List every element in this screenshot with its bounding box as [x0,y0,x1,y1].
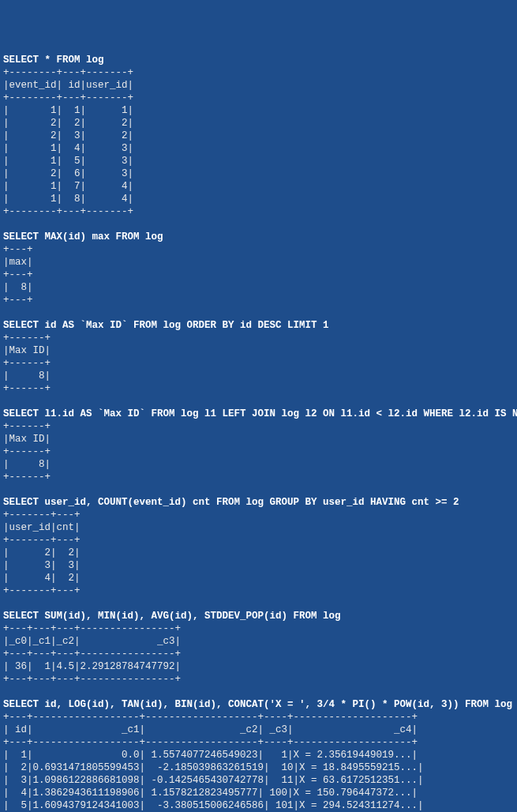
sql-output-row: +-------+---+ [3,585,514,597]
sql-output-row: +--------+---+-------+ [3,66,514,79]
sql-output-row: | 4| 2| [3,572,514,585]
blank-line [3,218,514,231]
sql-output-row: +------+ [3,332,514,344]
sql-output-row: | 3|1.0986122886681098| -0.1425465430742… [3,774,514,787]
sql-output-row: +---+ [3,243,514,256]
sql-output-row: +---+---+---+----------------+ [3,673,514,686]
sql-output-row: +---+---+---+----------------+ [3,648,514,660]
sql-query: SELECT id, LOG(id), TAN(id), BIN(id), CO… [3,698,514,711]
sql-output-row: | 8| [3,281,514,294]
sql-output-row: +--------+---+-------+ [3,205,514,218]
sql-output-row: | 8| [3,458,514,471]
sql-query: SELECT user_id, COUNT(event_id) cnt FROM… [3,496,514,509]
sql-output-row: +------+ [3,420,514,433]
sql-output-row: +------+ [3,445,514,458]
sql-output-row: | 2| 3| 2| [3,130,514,142]
blank-line [3,686,514,698]
blank-line [3,597,514,610]
sql-output-row: | 2| 6| 3| [3,167,514,180]
sql-output-row: |Max ID| [3,433,514,445]
sql-output-row: +------+ [3,382,514,395]
blank-line [3,395,514,408]
sql-query: SELECT id AS `Max ID` FROM log ORDER BY … [3,319,514,332]
sql-output-row: | 1| 4| 3| [3,142,514,155]
blank-line [3,306,514,319]
sql-output-row: +------+ [3,471,514,483]
sql-query: SELECT MAX(id) max FROM log [3,231,514,243]
sql-output-row: | 3| 3| [3,559,514,572]
sql-output-row: |max| [3,256,514,269]
sql-output-row: | 4|1.3862943611198906| 1.15782128234957… [3,787,514,799]
sql-output-row: | 1| 5| 3| [3,155,514,167]
sql-output-row: | 2| 2| 2| [3,117,514,130]
sql-output-row: | 1| 0.0| 1.5574077246549023| 1|X = 2.35… [3,749,514,761]
sql-output-row: +---+------------------+----------------… [3,736,514,749]
sql-output-row: +---+ [3,269,514,281]
sql-output-row: |Max ID| [3,344,514,357]
sql-output-row: | 8| [3,370,514,382]
sql-output-row: | 2|0.6931471805599453| -2.1850398632615… [3,761,514,774]
sql-output-row: +-------+---+ [3,534,514,547]
sql-query: SELECT * FROM log [3,54,514,66]
sql-output-row: +--------+---+-------+ [3,92,514,104]
sql-output-row: +---+ [3,294,514,306]
sql-output-row: +---+---+---+----------------+ [3,622,514,635]
sql-output-row: | 1| 8| 4| [3,193,514,205]
sql-terminal-output: SELECT * FROM log+--------+---+-------+|… [3,54,514,812]
sql-output-row: |user_id|cnt| [3,521,514,534]
sql-output-row: | id| _c1| _c2| _c3| _c4| [3,724,514,736]
sql-output-row: | 2| 2| [3,547,514,559]
sql-query: SELECT SUM(id), MIN(id), AVG(id), STDDEV… [3,610,514,622]
sql-output-row: +------+ [3,357,514,370]
sql-query: SELECT l1.id AS `Max ID` FROM log l1 LEF… [3,408,514,420]
sql-output-row: | 36| 1|4.5|2.29128784747792| [3,660,514,673]
sql-output-row: | 5|1.6094379124341003| -3.3805150062465… [3,799,514,812]
blank-line [3,483,514,496]
sql-output-row: | 1| 1| 1| [3,104,514,117]
sql-output-row: |_c0|_c1|_c2| _c3| [3,635,514,648]
sql-output-row: +---+------------------+----------------… [3,711,514,724]
sql-output-row: +-------+---+ [3,509,514,521]
sql-output-row: |event_id| id|user_id| [3,79,514,92]
sql-output-row: | 1| 7| 4| [3,180,514,193]
